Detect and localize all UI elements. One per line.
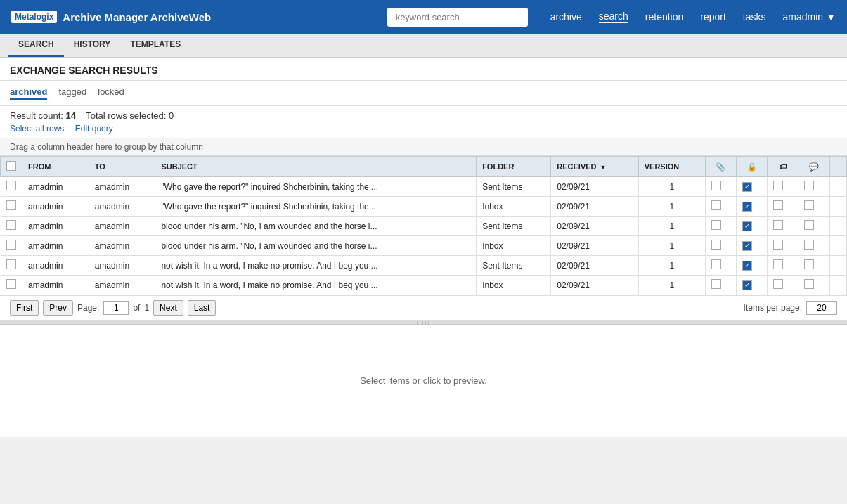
last-page-button[interactable]: Last [188, 300, 216, 316]
attach-checkbox[interactable] [711, 259, 721, 269]
row-checkbox[interactable] [6, 220, 16, 230]
tag-checkbox[interactable] [773, 279, 783, 289]
tag-checkbox[interactable] [773, 220, 783, 230]
col-header-version[interactable]: VERSION [638, 157, 705, 177]
nav-report[interactable]: report [700, 11, 726, 22]
edit-query-link[interactable]: Edit query [75, 124, 113, 134]
col-header-from[interactable]: FROM [22, 157, 89, 177]
row-attach-cell[interactable] [705, 177, 736, 197]
row-comment-cell[interactable] [798, 256, 829, 276]
row-tag-cell[interactable] [768, 276, 798, 295]
row-checkbox[interactable] [6, 200, 16, 210]
comment-checkbox[interactable] [804, 181, 814, 190]
archived-checkbox[interactable]: ✓ [742, 202, 752, 212]
row-lock-cell[interactable]: ✓ [736, 276, 767, 295]
tab-archived[interactable]: archived [10, 86, 47, 100]
col-header-folder[interactable]: FOLDER [477, 157, 551, 177]
row-comment-cell[interactable] [798, 177, 829, 197]
col-header-subject[interactable]: SUBJECT [155, 157, 477, 177]
row-attach-cell[interactable] [705, 197, 736, 217]
attach-checkbox[interactable] [711, 240, 721, 250]
row-checkbox[interactable] [6, 240, 16, 250]
col-header-received[interactable]: RECEIVED ▼ [551, 157, 638, 177]
row-tag-cell[interactable] [768, 177, 798, 197]
prev-page-button[interactable]: Prev [43, 300, 73, 316]
comment-checkbox[interactable] [804, 240, 814, 250]
table-row[interactable]: amadmin amadmin not wish it. In a word, … [1, 256, 847, 276]
row-comment-cell[interactable] [798, 276, 829, 295]
row-comment-cell[interactable] [798, 217, 829, 236]
comment-checkbox[interactable] [804, 200, 814, 210]
comment-checkbox[interactable] [804, 279, 814, 289]
comment-checkbox[interactable] [804, 259, 814, 269]
row-attach-cell[interactable] [705, 276, 736, 295]
row-checkbox-cell[interactable] [1, 217, 22, 236]
select-all-checkbox[interactable] [6, 161, 16, 171]
next-page-button[interactable]: Next [153, 300, 183, 316]
row-tag-cell[interactable] [768, 197, 798, 217]
row-checkbox-cell[interactable] [1, 256, 22, 276]
tag-checkbox[interactable] [773, 259, 783, 269]
row-checkbox[interactable] [6, 181, 16, 190]
tab-locked[interactable]: locked [98, 86, 124, 100]
sub-nav-history[interactable]: HISTORY [64, 34, 121, 57]
table-row[interactable]: amadmin amadmin "Who gave the report?" i… [1, 197, 847, 217]
table-row[interactable]: amadmin amadmin not wish it. In a word, … [1, 276, 847, 295]
sub-nav-search[interactable]: SEARCH [8, 34, 64, 57]
row-checkbox-cell[interactable] [1, 276, 22, 295]
attach-checkbox[interactable] [711, 220, 721, 230]
col-header-tag[interactable]: 🏷 [768, 157, 798, 177]
sub-nav-templates[interactable]: TEMPLATES [120, 34, 190, 57]
row-attach-cell[interactable] [705, 217, 736, 236]
comment-checkbox[interactable] [804, 220, 814, 230]
row-checkbox-cell[interactable] [1, 236, 22, 256]
nav-retention[interactable]: retention [645, 11, 683, 22]
tab-tagged[interactable]: tagged [58, 86, 86, 100]
attach-checkbox[interactable] [711, 279, 721, 289]
col-header-attach[interactable]: 📎 [705, 157, 736, 177]
attach-checkbox[interactable] [711, 200, 721, 210]
first-page-button[interactable]: First [10, 300, 39, 316]
nav-archive[interactable]: archive [550, 11, 582, 22]
tag-checkbox[interactable] [773, 240, 783, 250]
archived-checkbox[interactable]: ✓ [742, 182, 752, 192]
row-comment-cell[interactable] [798, 236, 829, 256]
row-checkbox-cell[interactable] [1, 177, 22, 197]
row-tag-cell[interactable] [768, 236, 798, 256]
col-header-to[interactable]: TO [89, 157, 155, 177]
archived-checkbox[interactable]: ✓ [742, 261, 752, 271]
select-all-rows-link[interactable]: Select all rows [10, 124, 64, 134]
col-header-comment[interactable]: 💬 [798, 157, 829, 177]
row-tag-cell[interactable] [768, 217, 798, 236]
nav-tasks[interactable]: tasks [743, 11, 766, 22]
col-header-checkbox[interactable] [1, 157, 22, 177]
col-header-lock[interactable]: 🔒 [736, 157, 767, 177]
row-comment-cell[interactable] [798, 197, 829, 217]
table-row[interactable]: amadmin amadmin "Who gave the report?" i… [1, 177, 847, 197]
tag-checkbox[interactable] [773, 181, 783, 190]
row-lock-cell[interactable]: ✓ [736, 217, 767, 236]
row-attach-cell[interactable] [705, 236, 736, 256]
table-row[interactable]: amadmin amadmin blood under his arm. "No… [1, 217, 847, 236]
row-lock-cell[interactable]: ✓ [736, 177, 767, 197]
attach-checkbox[interactable] [711, 181, 721, 190]
sub-navigation: SEARCH HISTORY TEMPLATES [0, 34, 847, 58]
nav-search[interactable]: search [599, 11, 628, 23]
keyword-search-input[interactable] [387, 8, 528, 27]
row-lock-cell[interactable]: ✓ [736, 256, 767, 276]
page-input[interactable] [103, 301, 129, 315]
items-per-page-input[interactable] [806, 301, 837, 315]
archived-checkbox[interactable]: ✓ [742, 221, 752, 231]
row-tag-cell[interactable] [768, 256, 798, 276]
archived-checkbox[interactable]: ✓ [742, 280, 752, 290]
row-checkbox-cell[interactable] [1, 197, 22, 217]
row-lock-cell[interactable]: ✓ [736, 197, 767, 217]
nav-amadmin-dropdown[interactable]: amadmin ▼ [783, 11, 836, 22]
row-checkbox[interactable] [6, 279, 16, 289]
row-checkbox[interactable] [6, 259, 16, 269]
archived-checkbox[interactable]: ✓ [742, 241, 752, 251]
table-row[interactable]: amadmin amadmin blood under his arm. "No… [1, 236, 847, 256]
row-lock-cell[interactable]: ✓ [736, 236, 767, 256]
tag-checkbox[interactable] [773, 200, 783, 210]
row-attach-cell[interactable] [705, 256, 736, 276]
